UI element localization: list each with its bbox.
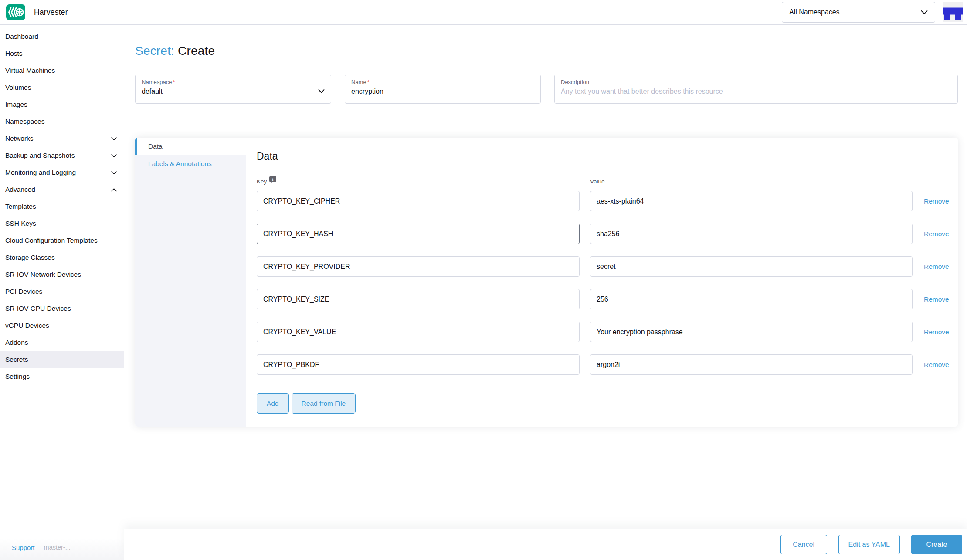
- sidebar-group-networks[interactable]: Networks: [0, 130, 124, 147]
- name-field-box: Name*: [345, 75, 541, 104]
- namespace-select[interactable]: Namespace* default: [135, 75, 331, 104]
- value-input[interactable]: [590, 354, 913, 375]
- page-title: Secret: Create: [135, 44, 958, 58]
- sidebar-item-images[interactable]: Images: [0, 96, 124, 113]
- namespace-value: default: [142, 88, 325, 95]
- key-input[interactable]: [257, 224, 580, 244]
- sidebar-item-addons[interactable]: Addons: [0, 334, 124, 351]
- sidebar-item-pci-devices[interactable]: PCI Devices: [0, 283, 124, 300]
- tab-labels-annotations[interactable]: Labels & Annotations: [135, 155, 246, 173]
- version-text: master-...: [44, 544, 71, 551]
- kv-row: Remove: [257, 289, 950, 309]
- remove-row-button[interactable]: Remove: [924, 328, 949, 336]
- namespace-filter-value: All Namespaces: [789, 8, 921, 16]
- sidebar-item-cloud-configuration-templates[interactable]: Cloud Configuration Templates: [0, 232, 124, 249]
- chevron-down-icon: [921, 8, 928, 16]
- sidebar-group-monitoring-and-logging[interactable]: Monitoring and Logging: [0, 164, 124, 181]
- sidebar-item-templates[interactable]: Templates: [0, 198, 124, 215]
- section-heading: Data: [257, 150, 950, 162]
- sidebar-item-hosts[interactable]: Hosts: [0, 45, 124, 62]
- key-input[interactable]: [257, 322, 580, 342]
- sidebar-item-secrets[interactable]: Secrets: [0, 351, 124, 368]
- tab-column: Data Labels & Annotations: [135, 138, 246, 427]
- value-input[interactable]: [590, 191, 913, 211]
- value-input[interactable]: [590, 224, 913, 244]
- kv-row: Remove: [257, 224, 950, 244]
- required-asterisk: *: [367, 79, 370, 85]
- remove-row-button[interactable]: Remove: [924, 197, 949, 205]
- key-input[interactable]: [257, 289, 580, 309]
- namespace-filter-dropdown[interactable]: All Namespaces: [782, 2, 935, 23]
- page-scroll-area: Secret: Create Namespace* default Name*: [124, 25, 967, 529]
- page-title-resource: Secret:: [135, 44, 174, 58]
- support-link[interactable]: Support: [12, 544, 35, 551]
- key-input[interactable]: [257, 354, 580, 375]
- info-tooltip-icon[interactable]: i: [269, 176, 277, 185]
- kv-row: Remove: [257, 322, 950, 342]
- name-input[interactable]: [351, 88, 534, 95]
- name-label: Name: [351, 79, 366, 85]
- sidebar-footer: Support master-...: [0, 538, 124, 560]
- remove-row-button[interactable]: Remove: [924, 263, 949, 271]
- remove-row-button[interactable]: Remove: [924, 230, 949, 238]
- sidebar-group-backup-and-snapshots[interactable]: Backup and Snapshots: [0, 147, 124, 164]
- value-input[interactable]: [590, 289, 913, 309]
- sidebar-item-virtual-machines[interactable]: Virtual Machines: [0, 62, 124, 79]
- sidebar-item-storage-classes[interactable]: Storage Classes: [0, 249, 124, 266]
- app-title: Harvester: [34, 8, 68, 17]
- description-input[interactable]: [561, 88, 951, 95]
- chevron-down-icon: [318, 87, 325, 95]
- sidebar-item-sriov-gpu-devices[interactable]: SR-IOV GPU Devices: [0, 300, 124, 317]
- title-divider: [135, 66, 958, 66]
- sidebar-item-settings[interactable]: Settings: [0, 368, 124, 385]
- tab-data[interactable]: Data: [135, 138, 246, 155]
- sidebar-group-advanced[interactable]: Advanced: [0, 181, 124, 198]
- kv-row: Remove: [257, 256, 950, 277]
- form-footer: Cancel Edit as YAML Create: [124, 529, 967, 560]
- metadata-form-row: Namespace* default Name* Description: [135, 75, 958, 104]
- kv-column-headers: Key i Value: [257, 177, 950, 186]
- edit-as-yaml-button[interactable]: Edit as YAML: [838, 535, 900, 554]
- harvester-logo-icon[interactable]: [6, 4, 25, 20]
- main-content: Secret: Create Namespace* default Name*: [124, 25, 967, 560]
- remove-row-button[interactable]: Remove: [924, 361, 949, 369]
- add-row-button[interactable]: Add: [257, 393, 289, 414]
- cancel-button[interactable]: Cancel: [780, 535, 827, 554]
- secret-editor-card: Data Labels & Annotations Data Key: [135, 138, 958, 427]
- key-column-header: Key: [257, 178, 267, 185]
- create-button[interactable]: Create: [911, 535, 962, 554]
- sidebar-item-sriov-network-devices[interactable]: SR-IOV Network Devices: [0, 266, 124, 283]
- chevron-down-icon: [111, 135, 117, 143]
- required-asterisk: *: [173, 79, 175, 85]
- chevron-down-icon: [111, 169, 117, 176]
- page-title-action: Create: [178, 44, 215, 58]
- sidebar-item-namespaces[interactable]: Namespaces: [0, 113, 124, 130]
- sidebar-item-vgpu-devices[interactable]: vGPU Devices: [0, 317, 124, 334]
- value-input[interactable]: [590, 256, 913, 277]
- data-tab-panel: Data Key i Value: [246, 138, 958, 427]
- kv-row: Remove: [257, 354, 950, 375]
- value-input[interactable]: [590, 322, 913, 342]
- sidebar-item-ssh-keys[interactable]: SSH Keys: [0, 215, 124, 232]
- sidebar-item-volumes[interactable]: Volumes: [0, 79, 124, 96]
- user-avatar[interactable]: [943, 2, 963, 22]
- namespace-label: Namespace: [142, 79, 172, 85]
- sidebar-item-dashboard[interactable]: Dashboard: [0, 28, 124, 45]
- svg-text:i: i: [272, 177, 274, 182]
- remove-row-button[interactable]: Remove: [924, 295, 949, 303]
- description-label: Description: [561, 79, 589, 85]
- key-input[interactable]: [257, 191, 580, 211]
- key-input[interactable]: [257, 256, 580, 277]
- value-column-header: Value: [590, 178, 913, 185]
- description-field-box: Description: [554, 75, 958, 104]
- sidebar-nav: Dashboard Hosts Virtual Machines Volumes…: [0, 25, 124, 560]
- top-header: Harvester All Namespaces: [0, 0, 967, 25]
- row-actions: Add Read from File: [257, 393, 950, 427]
- kv-row: Remove: [257, 191, 950, 211]
- chevron-up-icon: [111, 186, 117, 193]
- read-from-file-button[interactable]: Read from File: [292, 393, 356, 414]
- chevron-down-icon: [111, 152, 117, 160]
